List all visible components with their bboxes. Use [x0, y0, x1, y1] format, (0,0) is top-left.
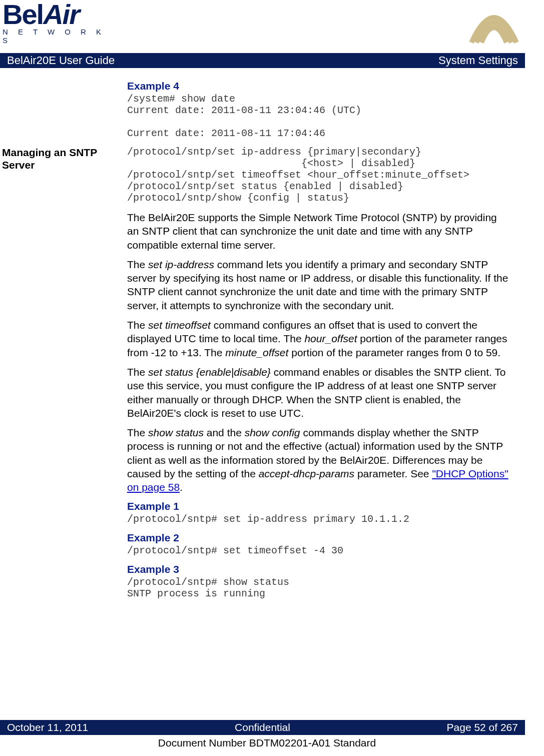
example4-code: /system# show date Current date: 2011-08…: [127, 93, 509, 139]
example2-title: Example 2: [127, 532, 509, 544]
footer: October 11, 2011 Confidential Page 52 of…: [0, 720, 544, 749]
para-show: The show status and the show config comm…: [127, 426, 509, 494]
sntp-syntax-block: /protocol/sntp/set ip-address {primary|s…: [127, 146, 509, 204]
footer-bar: October 11, 2011 Confidential Page 52 of…: [0, 720, 525, 735]
example3-code: /protocol/sntp# show status SNTP process…: [127, 576, 509, 599]
para-set-status: The set status {enable|disable} command …: [127, 365, 509, 420]
title-bar: BelAir20E User Guide System Settings: [0, 53, 525, 68]
sidebar-heading-sntp: Managing an SNTP Server: [2, 146, 127, 606]
footer-docnum: Document Number BDTM02201-A01 Standard: [0, 737, 534, 749]
example1-title: Example 1: [127, 500, 509, 512]
footer-page: Page 52 of 267: [348, 721, 518, 733]
para-set-ip: The set ip-address command lets you iden…: [127, 258, 509, 312]
footer-date: October 11, 2011: [7, 721, 177, 733]
para-timeoffset: The set timeoffset command configures an…: [127, 318, 509, 359]
title-left: BelAir20E User Guide: [7, 54, 115, 67]
para-intro: The BelAir20E supports the Simple Networ…: [127, 211, 509, 252]
title-right: System Settings: [438, 54, 518, 67]
example2-code: /protocol/sntp# set timeoffset -4 30: [127, 545, 509, 556]
logo-subtext: N E T W O R K S: [3, 28, 110, 45]
example1-code: /protocol/sntp# set ip-address primary 1…: [127, 513, 509, 525]
example3-title: Example 3: [127, 563, 509, 575]
header-wave-icon: [464, 0, 524, 50]
logo-wordmark: BelAir: [3, 3, 110, 27]
header: BelAir N E T W O R K S: [0, 0, 534, 50]
logo: BelAir N E T W O R K S: [0, 0, 110, 45]
example4-title: Example 4: [127, 80, 509, 92]
footer-confidential: Confidential: [177, 721, 347, 733]
